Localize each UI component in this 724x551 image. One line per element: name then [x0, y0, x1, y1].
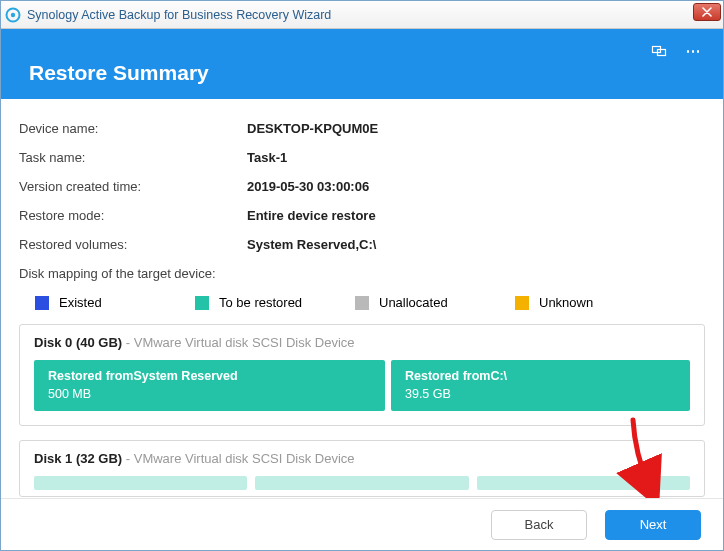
- more-icon[interactable]: [685, 43, 701, 59]
- version-time-value: 2019-05-30 03:00:06: [247, 179, 369, 194]
- footer: Back Next: [1, 498, 723, 550]
- legend-unallocated-label: Unallocated: [379, 295, 448, 310]
- version-time-label: Version created time:: [19, 179, 247, 194]
- kv-restored-volumes: Restored volumes: System Reserved,C:\: [19, 237, 705, 252]
- swatch-to-restore: [195, 296, 209, 310]
- svg-point-1: [11, 12, 15, 16]
- disk-1-header: Disk 1 (32 GB) - VMware Virtual disk SCS…: [34, 451, 690, 466]
- slot: [34, 476, 247, 490]
- legend-unallocated: Unallocated: [355, 295, 515, 310]
- disk-0-desc: - VMware Virtual disk SCSI Disk Device: [126, 335, 355, 350]
- swatch-unknown: [515, 296, 529, 310]
- partition-c-drive[interactable]: Restored fromC:\ 39.5 GB: [391, 360, 690, 411]
- restore-mode-value: Entire device restore: [247, 208, 376, 223]
- restored-volumes-label: Restored volumes:: [19, 237, 247, 252]
- task-name-value: Task-1: [247, 150, 287, 165]
- legend-existed-label: Existed: [59, 295, 102, 310]
- legend: Existed To be restored Unallocated Unkno…: [19, 295, 705, 310]
- page-header: Restore Summary: [1, 29, 723, 99]
- task-name-label: Task name:: [19, 150, 247, 165]
- partition-system-reserved[interactable]: Restored fromSystem Reserved 500 MB: [34, 360, 385, 411]
- partition-0-size: 500 MB: [48, 386, 371, 404]
- content: Device name: DESKTOP-KPQUM0E Task name: …: [1, 99, 723, 498]
- legend-unknown-label: Unknown: [539, 295, 593, 310]
- legend-unknown: Unknown: [515, 295, 593, 310]
- back-button[interactable]: Back: [491, 510, 587, 540]
- partition-1-title: Restored fromC:\: [405, 368, 676, 386]
- disk-1-name: Disk 1 (32 GB): [34, 451, 122, 466]
- disk-0-partitions: Restored fromSystem Reserved 500 MB Rest…: [34, 360, 690, 411]
- restore-mode-label: Restore mode:: [19, 208, 247, 223]
- kv-restore-mode: Restore mode: Entire device restore: [19, 208, 705, 223]
- device-name-value: DESKTOP-KPQUM0E: [247, 121, 378, 136]
- legend-existed: Existed: [35, 295, 195, 310]
- screens-icon[interactable]: [651, 43, 667, 59]
- header-actions: [651, 43, 701, 59]
- legend-to-restore: To be restored: [195, 295, 355, 310]
- kv-task-name: Task name: Task-1: [19, 150, 705, 165]
- title-bar: Synology Active Backup for Business Reco…: [1, 1, 723, 29]
- swatch-existed: [35, 296, 49, 310]
- slot: [477, 476, 690, 490]
- disk-card-1: Disk 1 (32 GB) - VMware Virtual disk SCS…: [19, 440, 705, 497]
- kv-device-name: Device name: DESKTOP-KPQUM0E: [19, 121, 705, 136]
- disk-0-header: Disk 0 (40 GB) - VMware Virtual disk SCS…: [34, 335, 690, 350]
- kv-version-time: Version created time: 2019-05-30 03:00:0…: [19, 179, 705, 194]
- legend-to-restore-label: To be restored: [219, 295, 302, 310]
- disk-1-desc: - VMware Virtual disk SCSI Disk Device: [126, 451, 355, 466]
- slot: [255, 476, 468, 490]
- disk-1-slots: [34, 476, 690, 490]
- page-title: Restore Summary: [29, 61, 209, 85]
- mapping-section-label: Disk mapping of the target device:: [19, 266, 705, 281]
- restored-volumes-value: System Reserved,C:\: [247, 237, 376, 252]
- swatch-unallocated: [355, 296, 369, 310]
- close-button[interactable]: [693, 3, 721, 21]
- device-name-label: Device name:: [19, 121, 247, 136]
- partition-1-size: 39.5 GB: [405, 386, 676, 404]
- next-button[interactable]: Next: [605, 510, 701, 540]
- disk-card-0: Disk 0 (40 GB) - VMware Virtual disk SCS…: [19, 324, 705, 426]
- app-icon: [5, 7, 21, 23]
- window-title: Synology Active Backup for Business Reco…: [27, 8, 331, 22]
- disk-0-name: Disk 0 (40 GB): [34, 335, 122, 350]
- partition-0-title: Restored fromSystem Reserved: [48, 368, 371, 386]
